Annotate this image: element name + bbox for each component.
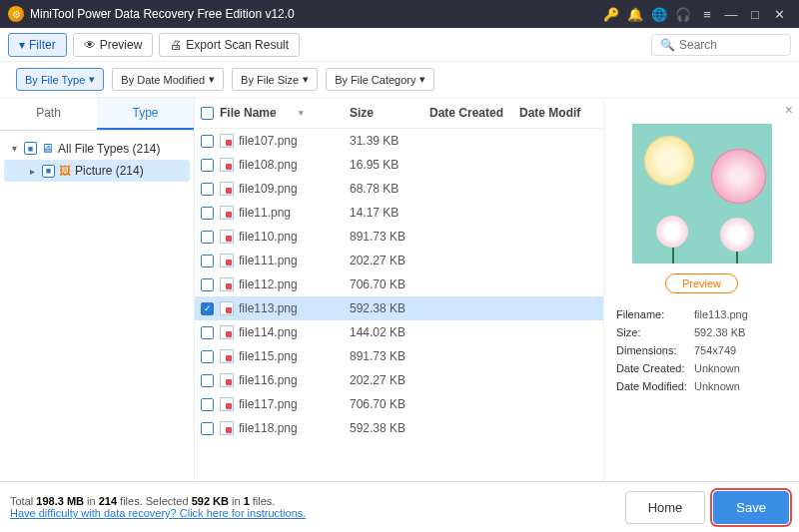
file-size: 891.73 KB — [350, 349, 429, 363]
col-file-name[interactable]: File Name▾ — [220, 106, 350, 120]
file-name: file115.png — [239, 349, 298, 363]
home-button[interactable]: Home — [625, 491, 706, 524]
file-checkbox[interactable] — [201, 422, 214, 435]
file-icon — [220, 421, 234, 435]
tree-picture[interactable]: ▸ ■ 🖼 Picture (214) — [4, 160, 190, 182]
file-checkbox[interactable] — [201, 207, 214, 220]
preview-label: Preview — [100, 38, 143, 52]
file-size: 592.38 KB — [350, 421, 429, 435]
chevron-down-icon: ▾ — [209, 73, 215, 86]
select-all-checkbox[interactable] — [201, 107, 214, 120]
export-button[interactable]: 🖨Export Scan Result — [159, 33, 300, 57]
file-checkbox[interactable] — [201, 398, 214, 411]
col-date-modified[interactable]: Date Modif — [519, 106, 597, 120]
col-date-created[interactable]: Date Created — [429, 106, 519, 120]
meta-dc-val: Unknown — [694, 362, 740, 374]
file-row[interactable]: file115.png891.73 KB — [195, 344, 603, 368]
help-link[interactable]: Have difficulty with data recovery? Clic… — [10, 507, 306, 519]
minimize-icon[interactable]: — — [719, 0, 743, 28]
file-icon — [220, 158, 234, 172]
meta-size-key: Size: — [616, 326, 694, 338]
file-checkbox[interactable] — [201, 159, 214, 172]
preview-thumbnail — [632, 124, 772, 264]
file-row[interactable]: ✓file113.png592.38 KB — [195, 296, 603, 320]
file-name: file110.png — [239, 230, 298, 244]
file-row[interactable]: file11.png14.17 KB — [195, 201, 603, 225]
bell-icon[interactable]: 🔔 — [623, 0, 647, 28]
search-input[interactable] — [679, 38, 782, 52]
filter-file-category[interactable]: By File Category▾ — [326, 68, 434, 91]
column-header: File Name▾ Size Date Created Date Modif — [195, 98, 603, 129]
file-icon — [220, 230, 234, 244]
headset-icon[interactable]: 🎧 — [671, 0, 695, 28]
file-row[interactable]: file110.png891.73 KB — [195, 225, 603, 249]
file-checkbox[interactable] — [201, 350, 214, 363]
tab-type[interactable]: Type — [97, 98, 194, 130]
filter-file-size[interactable]: By File Size▾ — [232, 68, 318, 91]
filter-file-type[interactable]: By File Type▾ — [16, 68, 104, 91]
file-checkbox[interactable] — [201, 326, 214, 339]
file-checkbox[interactable]: ✓ — [201, 302, 214, 315]
file-name: file118.png — [239, 421, 298, 435]
close-preview-icon[interactable]: × — [785, 102, 793, 118]
globe-icon[interactable]: 🌐 — [647, 0, 671, 28]
file-checkbox[interactable] — [201, 135, 214, 148]
file-row[interactable]: file114.png144.02 KB — [195, 320, 603, 344]
filter-button[interactable]: ▾Filter — [8, 33, 67, 57]
file-checkbox[interactable] — [201, 374, 214, 387]
tree-checkbox[interactable]: ■ — [24, 142, 37, 155]
file-icon — [220, 182, 234, 196]
key-icon[interactable]: 🔑 — [599, 0, 623, 28]
file-icon — [220, 134, 234, 148]
meta-dm-val: Unknown — [694, 380, 740, 392]
chevron-right-icon: ▸ — [26, 166, 38, 177]
file-list[interactable]: file107.png31.39 KBfile108.png16.95 KBfi… — [195, 129, 603, 481]
open-preview-button[interactable]: Preview — [665, 273, 738, 293]
tree-picture-label: Picture (214) — [75, 164, 144, 178]
tab-path[interactable]: Path — [0, 98, 97, 130]
file-checkbox[interactable] — [201, 278, 214, 291]
file-icon — [220, 325, 234, 339]
file-row[interactable]: file118.png592.38 KB — [195, 416, 603, 440]
sidebar: Path Type ▾ ■ 🖥 All File Types (214) ▸ ■… — [0, 98, 195, 481]
filter-date-modified[interactable]: By Date Modified▾ — [112, 68, 224, 91]
file-icon — [220, 349, 234, 363]
file-name: file109.png — [239, 182, 298, 196]
file-size: 706.70 KB — [350, 397, 429, 411]
file-size: 144.02 KB — [350, 325, 429, 339]
file-row[interactable]: file116.png202.27 KB — [195, 368, 603, 392]
close-icon[interactable]: ✕ — [767, 0, 791, 28]
file-size: 16.95 KB — [350, 158, 429, 172]
tree-checkbox[interactable]: ■ — [42, 165, 55, 178]
file-name: file117.png — [239, 397, 298, 411]
filter-label: Filter — [29, 38, 56, 52]
file-row[interactable]: file117.png706.70 KB — [195, 392, 603, 416]
file-row[interactable]: file108.png16.95 KB — [195, 153, 603, 177]
menu-icon[interactable]: ≡ — [695, 0, 719, 28]
file-name: file112.png — [239, 277, 298, 291]
meta-size-val: 592.38 KB — [694, 326, 745, 338]
file-row[interactable]: file112.png706.70 KB — [195, 272, 603, 296]
export-icon: 🖨 — [170, 38, 182, 52]
search-box[interactable]: 🔍 — [651, 34, 791, 56]
file-row[interactable]: file111.png202.27 KB — [195, 249, 603, 272]
file-row[interactable]: file107.png31.39 KB — [195, 129, 603, 153]
file-row[interactable]: file109.png68.78 KB — [195, 177, 603, 201]
file-icon — [220, 373, 234, 387]
preview-button[interactable]: 👁Preview — [73, 33, 154, 57]
file-size: 706.70 KB — [350, 277, 429, 291]
col-size[interactable]: Size — [350, 106, 429, 120]
export-label: Export Scan Result — [186, 38, 289, 52]
file-checkbox[interactable] — [201, 183, 214, 196]
meta-filename-val: file113.png — [694, 308, 748, 320]
file-size: 31.39 KB — [350, 134, 429, 148]
file-size: 592.38 KB — [350, 301, 429, 315]
file-name: file111.png — [239, 254, 298, 267]
save-button[interactable]: Save — [713, 491, 789, 524]
file-checkbox[interactable] — [201, 255, 214, 267]
maximize-icon[interactable]: □ — [743, 0, 767, 28]
file-checkbox[interactable] — [201, 231, 214, 244]
meta-dm-key: Date Modified: — [616, 380, 694, 392]
tree-root[interactable]: ▾ ■ 🖥 All File Types (214) — [4, 137, 190, 160]
file-name: file11.png — [239, 206, 291, 220]
